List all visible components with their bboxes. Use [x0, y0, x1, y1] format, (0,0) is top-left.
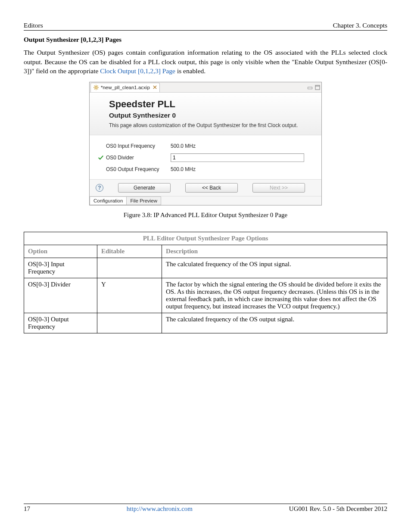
th-editable: Editable	[97, 245, 162, 258]
svg-line-8	[97, 86, 98, 87]
tab-configuration[interactable]: Configuration	[90, 196, 127, 205]
svg-point-0	[95, 87, 97, 89]
intro-paragraph: The Output Synthesizer (OS) pages contai…	[24, 48, 387, 76]
file-tab[interactable]: *new_pll_clean1.acxip	[90, 83, 160, 92]
tab-file-preview[interactable]: File Preview	[126, 196, 161, 205]
pll-title: Speedster PLL	[109, 99, 311, 110]
table-row: OS[0-3] Input Frequency The calculated f…	[24, 258, 387, 278]
table-row: OS[0-3] Output Frequency The calculated …	[24, 313, 387, 333]
cell-editable	[97, 258, 162, 278]
table-title: PLL Editor Output Synthesizer Page Optio…	[24, 232, 387, 245]
th-description: Description	[162, 245, 387, 258]
minimize-icon[interactable]: ▭	[306, 84, 314, 90]
form-area: OS0 Input Frequency 500.0 MHz OS0 Divide…	[90, 135, 321, 180]
cell-option: OS[0-3] Divider	[24, 278, 97, 313]
cell-option: OS[0-3] Output Frequency	[24, 313, 97, 333]
os0-output-freq-value: 500.0 MHz	[171, 166, 196, 172]
svg-line-7	[94, 89, 95, 90]
os0-input-freq-label: OS0 Input Frequency	[106, 143, 171, 149]
page-footer: 17 http://www.achronix.com UG001 Rev. 5.…	[24, 504, 387, 513]
os0-output-freq-label: OS0 Output Frequency	[106, 166, 171, 172]
options-table: PLL Editor Output Synthesizer Page Optio…	[24, 232, 387, 333]
help-icon[interactable]: ?	[96, 184, 103, 192]
next-button: Next >>	[252, 183, 305, 193]
intro-text-post: is enabled.	[175, 67, 206, 75]
row-output-frequency: OS0 Output Frequency 500.0 MHz	[96, 166, 315, 172]
cell-description: The calculated frequency of the OS outpu…	[162, 313, 387, 333]
figure-caption: Figure 3.8: IP Advanced PLL Editor Outpu…	[24, 212, 387, 219]
header-right: Chapter 3. Concepts	[333, 22, 387, 29]
cell-editable: Y	[97, 278, 162, 313]
os0-input-freq-value: 500.0 MHz	[171, 143, 196, 149]
cell-option: OS[0-3] Input Frequency	[24, 258, 97, 278]
svg-line-5	[94, 86, 95, 87]
os0-divider-input[interactable]	[171, 153, 304, 162]
row-input-frequency: OS0 Input Frequency 500.0 MHz	[96, 143, 315, 149]
generate-button[interactable]: Generate	[118, 183, 171, 193]
editor-tabbar: *new_pll_clean1.acxip ▭	[90, 82, 321, 93]
maximize-icon[interactable]	[314, 85, 321, 90]
button-row: ? Generate << Back Next >>	[90, 180, 321, 196]
svg-line-6	[97, 89, 98, 90]
pll-subtitle: Output Synthesizer 0	[109, 112, 311, 119]
pll-description: This page allows customization of the Ou…	[109, 122, 311, 129]
clock-output-link[interactable]: Clock Output [0,1,2,3] Page	[100, 67, 175, 75]
cell-editable	[97, 313, 162, 333]
pll-editor-window: *new_pll_clean1.acxip ▭ Speedster PLL Ou…	[89, 82, 322, 205]
page-number: 17	[24, 505, 30, 513]
file-tab-label: *new_pll_clean1.acxip	[101, 85, 150, 90]
back-button[interactable]: << Back	[185, 183, 238, 193]
page-header: Editors Chapter 3. Concepts	[24, 22, 387, 31]
th-option: Option	[24, 245, 97, 258]
close-tab-icon[interactable]	[153, 85, 157, 90]
check-icon	[98, 155, 104, 161]
footer-link[interactable]: http://www.achronix.com	[127, 505, 193, 512]
section-heading: Output Synthesizer [0,1,2,3] Pages	[24, 36, 387, 44]
footer-rev: UG001 Rev. 5.0 - 5th December 2012	[289, 505, 387, 513]
row-divider: OS0 Divider	[96, 153, 315, 162]
bottom-tab-row: Configuration File Preview	[90, 196, 321, 205]
gear-icon	[93, 85, 99, 90]
header-left: Editors	[24, 22, 43, 29]
pll-header-panel: Speedster PLL Output Synthesizer 0 This …	[90, 93, 321, 135]
check-col-checked	[96, 155, 106, 161]
cell-description: The factor by which the signal entering …	[162, 278, 387, 313]
cell-description: The calculated frequency of the OS input…	[162, 258, 387, 278]
os0-divider-label: OS0 Divider	[106, 155, 171, 161]
table-row: OS[0-3] Divider Y The factor by which th…	[24, 278, 387, 313]
